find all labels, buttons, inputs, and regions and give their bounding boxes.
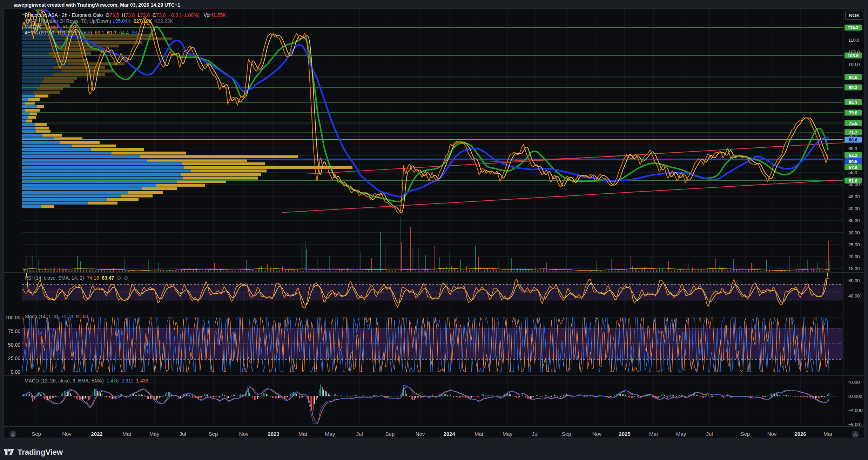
svg-text:71.7: 71.7	[849, 130, 857, 135]
svg-text:Mar: Mar	[649, 431, 658, 437]
svg-text:84.1: 84.1	[849, 100, 857, 105]
svg-text:2025: 2025	[619, 431, 630, 437]
svg-text:Mar: Mar	[122, 431, 132, 437]
svg-text:Nov: Nov	[239, 431, 249, 437]
svg-text:NOK: NOK	[849, 13, 860, 18]
svg-text:62.2: 62.2	[849, 153, 857, 158]
svg-text:60.5: 60.5	[849, 159, 857, 164]
svg-text:May: May	[503, 431, 513, 437]
svg-text:75.00: 75.00	[8, 328, 20, 334]
svg-text:Jul: Jul	[706, 431, 713, 437]
svg-text:−4.000: −4.000	[848, 408, 862, 413]
svg-text:51.6: 51.6	[849, 179, 857, 184]
svg-text:Sep: Sep	[32, 431, 41, 437]
svg-text:TradingView: TradingView	[18, 448, 63, 456]
svg-text:15.00: 15.00	[848, 266, 860, 271]
svg-text:MACD (12, 26, close, 9, EMA, E: MACD (12, 26, close, 9, EMA, EMA) 1.478 …	[25, 378, 148, 384]
svg-text:4.000: 4.000	[848, 380, 860, 385]
svg-text:4EMA (20, 50, 100, 200, close): 4EMA (20, 50, 100, 200, close) 63.1 61.7…	[25, 30, 141, 35]
svg-text:30.00: 30.00	[848, 230, 860, 235]
svg-text:45.00: 45.00	[848, 194, 860, 199]
svg-text:Mar: Mar	[475, 431, 484, 437]
svg-text:Jul: Jul	[532, 431, 538, 437]
svg-text:Sep: Sep	[741, 431, 750, 437]
svg-text:2024: 2024	[443, 431, 455, 437]
svg-text:Sep: Sep	[209, 431, 218, 437]
svg-text:40.00: 40.00	[848, 293, 860, 299]
svg-text:Sep: Sep	[562, 431, 571, 437]
svg-text:0.00: 0.00	[11, 369, 20, 375]
svg-text:VRVP (Number Of Rows, 70, Up/D: VRVP (Number Of Rows, 70, Up/Down) 195.0…	[25, 18, 173, 24]
svg-text:55.0: 55.0	[848, 170, 857, 175]
svg-text:68.6: 68.6	[849, 138, 857, 142]
svg-text:Jul: Jul	[179, 431, 186, 437]
svg-text:2023: 2023	[268, 431, 279, 437]
svg-text:25.00: 25.00	[8, 355, 20, 361]
svg-text:A: A	[854, 432, 857, 437]
svg-text:Mar: Mar	[298, 431, 308, 437]
svg-text:RSI (14, close, SMA, 14, 2) 7: RSI (14, close, SMA, 14, 2) 74.18 63.47 …	[25, 275, 128, 281]
svg-text:100.00: 100.00	[5, 315, 20, 320]
svg-text:0.0000: 0.0000	[848, 394, 862, 399]
svg-text:Nov: Nov	[592, 431, 602, 437]
svg-text:Nov: Nov	[767, 431, 777, 437]
svg-text:Nov: Nov	[62, 431, 72, 437]
svg-text:Photocure ASA · 2h · Euronext: Photocure ASA · 2h · Euronext Oslo O73.5…	[25, 12, 226, 18]
svg-text:75.5: 75.5	[849, 121, 857, 126]
svg-text:Stoch (14, 1, 3) 70.73 81.60: Stoch (14, 1, 3) 70.73 81.60	[25, 314, 88, 319]
svg-text:100.0: 100.0	[848, 62, 860, 67]
svg-text:65.0: 65.0	[848, 146, 857, 151]
svg-text:35.00: 35.00	[848, 218, 860, 223]
svg-text:Z: Z	[12, 432, 14, 437]
svg-text:80.00: 80.00	[848, 278, 860, 283]
svg-text:Jul: Jul	[356, 431, 363, 437]
svg-text:May: May	[325, 431, 335, 437]
svg-text:50.00: 50.00	[8, 342, 20, 348]
svg-text:25.00: 25.00	[848, 242, 860, 247]
svg-text:Vol (20) 41.55K 51.63K: Vol (20) 41.55K 51.63K	[25, 24, 78, 29]
svg-text:79.8: 79.8	[849, 111, 857, 115]
svg-text:20.00: 20.00	[848, 254, 860, 259]
svg-text:2026: 2026	[794, 431, 806, 437]
svg-text:Mar: Mar	[823, 431, 833, 437]
svg-text:90.3: 90.3	[849, 85, 857, 90]
svg-text:57.6: 57.6	[849, 165, 857, 170]
svg-text:−8.00: −8.00	[848, 422, 860, 427]
svg-text:110.0: 110.0	[848, 38, 860, 43]
svg-text:115.2: 115.2	[848, 25, 859, 30]
svg-text:103.6: 103.6	[848, 53, 859, 58]
svg-text:May: May	[676, 431, 686, 437]
svg-text:2022: 2022	[91, 431, 102, 437]
svg-text:40.00: 40.00	[848, 206, 860, 211]
svg-text:Nov: Nov	[416, 431, 425, 437]
svg-text:94.6: 94.6	[849, 75, 857, 80]
svg-text:savepiginvest created with Tra: savepiginvest created with TradingView.c…	[13, 2, 180, 8]
svg-text:Sep: Sep	[385, 431, 395, 437]
svg-text:May: May	[149, 431, 160, 437]
